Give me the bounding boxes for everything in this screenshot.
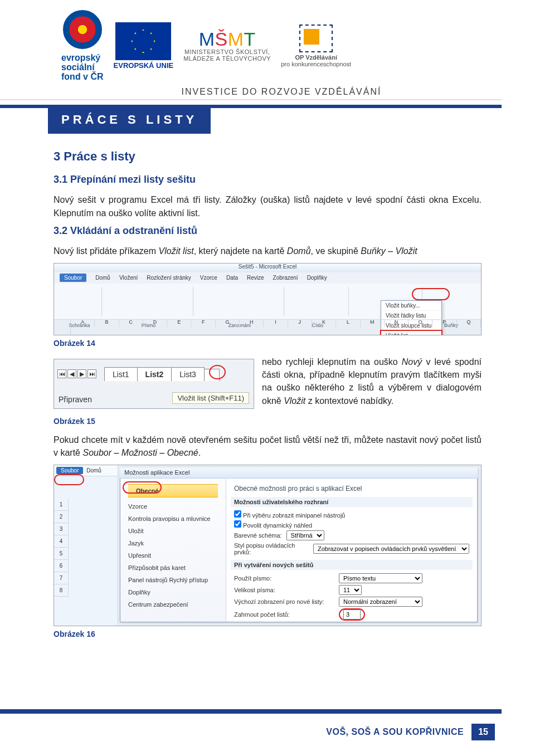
- paragraph: Nový sešit v programu Excel má tři listy…: [54, 193, 481, 219]
- figure-16-options-dialog: Soubor Domů 1 2 3 4 5 6 7 8 Možnosti apl…: [54, 465, 481, 626]
- sidebar-item[interactable]: Vzorce: [120, 500, 226, 513]
- col: E: [167, 319, 191, 327]
- sheet-count-input[interactable]: [343, 609, 361, 620]
- checkbox-row[interactable]: Povolit dynamický náhled: [234, 520, 469, 529]
- msmt-line2: MLÁDEŽE A TĚLOVÝCHOVY: [183, 55, 271, 62]
- options-sidebar: Obecné Vzorce Kontrola pravopisu a mluvn…: [120, 479, 226, 622]
- row-num: 8: [54, 584, 69, 597]
- font-select[interactable]: Písmo textu: [339, 573, 422, 583]
- figure-caption: Obrázek 14: [54, 339, 481, 348]
- ribbon-tab[interactable]: Domů: [86, 467, 101, 474]
- tooltip: Vložit list (Shift+F11): [172, 392, 249, 404]
- text: Nový list přidáte příkazem: [54, 246, 159, 256]
- sidebar-item[interactable]: Panel nástrojů Rychlý přístup: [120, 574, 226, 586]
- col: I: [264, 319, 288, 327]
- highlight-oval: [339, 608, 365, 621]
- ribbon-tab-soubor[interactable]: Soubor: [56, 467, 83, 474]
- sidebar-item[interactable]: Centrum zabezpečení: [120, 598, 226, 611]
- paragraph: Pokud chcete mít v každém nově otevřeném…: [54, 433, 481, 459]
- nav-first-icon[interactable]: ⏮: [57, 369, 66, 378]
- checkbox[interactable]: [234, 520, 241, 528]
- ribbon-tabs: Soubor Domů Vložení Rozložení stránky Vz…: [54, 272, 481, 284]
- default-view-select[interactable]: Normální zobrazení: [339, 597, 422, 607]
- dialog-title: Možnosti aplikace Excel: [120, 467, 478, 479]
- text-italic: Nový: [402, 357, 422, 367]
- esf-logo-icon: [63, 10, 102, 49]
- ribbon-tab-soubor[interactable]: Soubor: [60, 274, 86, 282]
- footer-org: VOŠ, SOŠ A SOU KOPŘIVNICE: [326, 727, 464, 737]
- field-label: Styl popisu ovládacích prvků:: [234, 542, 309, 555]
- sidebar-item[interactable]: Jazyk: [120, 537, 226, 549]
- nav-next-icon[interactable]: ▶: [77, 369, 86, 378]
- col: J: [288, 319, 312, 327]
- figure-caption: Obrázek 15: [54, 417, 481, 426]
- col: M: [361, 319, 385, 327]
- ribbon-tab[interactable]: Zobrazení: [273, 275, 298, 281]
- sidebar-item[interactable]: Doplňky: [120, 586, 226, 598]
- color-scheme-select[interactable]: Stříbrná: [286, 530, 324, 540]
- col: A: [71, 319, 95, 327]
- highlight-oval: [123, 481, 162, 494]
- paragraph: Nový list přidáte příkazem Vložit list, …: [54, 245, 481, 257]
- content: 3 Práce s listy 3.1 Přepínání mezi listy…: [0, 149, 535, 713]
- nav-last-icon[interactable]: ⏭: [87, 369, 96, 378]
- ribbon-tab[interactable]: Data: [226, 275, 238, 281]
- esf-logo-block: evropský sociální fond v ČR: [61, 10, 104, 81]
- opvk-line2: pro konkurenceschopnost: [281, 61, 351, 67]
- msmt-line1: MINISTERSTVO ŠKOLSTVÍ,: [184, 48, 270, 55]
- sidebar-item[interactable]: Přizpůsobit pás karet: [120, 562, 226, 574]
- ribbon-tab[interactable]: Vzorce: [200, 275, 217, 281]
- field-label: Použít písmo:: [234, 575, 334, 582]
- sheet-tab[interactable]: List3: [171, 367, 205, 381]
- ribbon-tab[interactable]: Rozložení stránky: [147, 275, 191, 281]
- esf-line: fond v ČR: [61, 72, 104, 82]
- ribbon-tab[interactable]: Doplňky: [307, 275, 327, 281]
- font-size-select[interactable]: 11: [339, 585, 362, 595]
- h3-title-2: 3.2 Vkládání a odstranění listů: [54, 225, 481, 237]
- text: z kontextové nabídky.: [305, 396, 393, 406]
- figure-14-ribbon: Sešit5 - Microsoft Excel Soubor Domů Vlo…: [54, 263, 481, 335]
- eu-flag-block: EVROPSKÁ UNIE: [114, 22, 174, 70]
- text: nebo rychleji klepnutím na ouško: [262, 357, 402, 367]
- col: D: [143, 319, 167, 327]
- ribbon-tab[interactable]: Vložení: [119, 275, 138, 281]
- checkbox-label: Při výběru zobrazit minipanel nástrojů: [243, 512, 345, 519]
- col: H: [240, 319, 264, 327]
- sidebar-item[interactable]: Upřesnit: [120, 549, 226, 562]
- col: P: [432, 319, 456, 327]
- highlight-oval: [412, 288, 450, 300]
- checkbox[interactable]: [234, 510, 241, 518]
- row-num: 2: [54, 511, 69, 523]
- status-text: Připraven: [59, 395, 92, 404]
- row-num: 3: [54, 523, 69, 535]
- text-italic: Buňky – Vložit: [361, 246, 417, 256]
- sidebar-item[interactable]: Kontrola pravopisu a mluvnice: [120, 513, 226, 525]
- opvk-icon: [299, 25, 333, 52]
- tooltip-style-select[interactable]: Zobrazovat v popisech ovládacích prvků v…: [313, 544, 469, 554]
- row-num: 1: [54, 499, 69, 511]
- nav-prev-icon[interactable]: ◀: [67, 369, 76, 378]
- col: F: [191, 319, 215, 327]
- opvk-logo-block: OP Vzdělávání pro konkurenceschopnost: [281, 25, 351, 67]
- sheet-tab[interactable]: List2: [137, 367, 172, 381]
- row-num: 6: [54, 560, 69, 572]
- invest-tagline: INVESTICE DO ROZVOJE VZDĚLÁVÁNÍ: [61, 87, 502, 97]
- text: .: [198, 448, 201, 457]
- section-tag: PRÁCE S LISTY: [48, 106, 211, 134]
- esf-line: evropský: [61, 53, 104, 63]
- ribbon-tab[interactable]: Domů: [95, 275, 110, 281]
- col: L: [336, 319, 360, 327]
- sidebar-item[interactable]: Uložit: [120, 525, 226, 537]
- field-label: Barevné schéma:: [234, 532, 282, 539]
- options-section: Při vytváření nových sešitů: [231, 560, 473, 570]
- text-italic: Vložit: [284, 396, 305, 406]
- dropdown-item[interactable]: Vložit buňky...: [381, 301, 441, 311]
- sheet-tab[interactable]: List1: [104, 367, 138, 381]
- ribbon-tab[interactable]: Revize: [247, 275, 264, 281]
- col: O: [408, 319, 432, 327]
- row-num: 7: [54, 572, 69, 584]
- col: G: [216, 319, 240, 327]
- checkbox-row[interactable]: Při výběru zobrazit minipanel nástrojů: [234, 510, 469, 519]
- page-number: 15: [471, 724, 495, 740]
- field-label: Velikost písma:: [234, 587, 334, 593]
